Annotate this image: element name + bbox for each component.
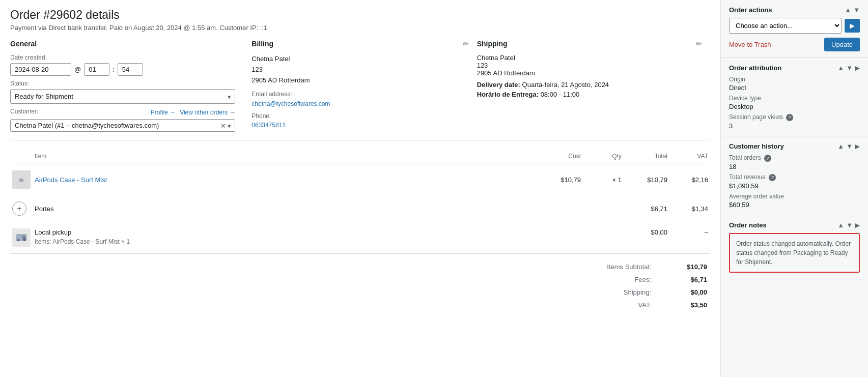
- horario-label: Horário de Entrega:: [477, 91, 539, 98]
- session-label: Session page views ?: [729, 113, 860, 121]
- col-thumb: [10, 149, 33, 164]
- order-attribution-header: Order attribution ▲ ▼ ▶: [729, 64, 860, 72]
- action-go-button[interactable]: ▶: [845, 19, 860, 33]
- move-to-trash-link[interactable]: Move to Trash: [729, 41, 771, 48]
- items-table: Item Cost Qty Total VAT AirPods C: [10, 149, 710, 253]
- avg-order-label: Average order value: [729, 193, 860, 200]
- item-thumbnail: [12, 170, 31, 189]
- billing-phone-link[interactable]: 0633475811: [251, 122, 286, 129]
- shipping-address1: 123: [477, 62, 702, 69]
- notes-chevron-right[interactable]: ▶: [855, 221, 860, 229]
- shipping-edit-icon[interactable]: ✏: [696, 40, 702, 48]
- page-subtitle: Payment via Direct bank transfer. Paid o…: [10, 24, 710, 32]
- item-vat: $2,16: [669, 164, 710, 195]
- add-fee-icon[interactable]: +: [12, 201, 26, 216]
- attribution-chevron-right[interactable]: ▶: [855, 64, 860, 72]
- update-button[interactable]: Update: [824, 38, 860, 51]
- origin-value: Direct: [729, 84, 860, 92]
- profile-link[interactable]: Profile →: [151, 109, 176, 116]
- totals-table: Items Subtotal: $10,79 Fees: $6,71 Shipp…: [10, 260, 710, 312]
- svg-point-3: [23, 239, 25, 241]
- col-qty: Qty: [583, 149, 624, 164]
- customer-history-title: Customer history: [729, 142, 784, 150]
- shipping-items: Items: AirPods Case - Surf Mist × 1: [35, 238, 472, 245]
- time-minute-input[interactable]: [118, 63, 143, 76]
- total-revenue-label: Total revenue ?: [729, 173, 860, 181]
- date-label: Date created:: [10, 54, 235, 61]
- action-row: Choose an action... ▶: [729, 18, 860, 34]
- page-title: Order #29602 details: [10, 8, 710, 22]
- view-orders-link[interactable]: View other orders →: [180, 109, 235, 116]
- at-symbol: @: [74, 66, 81, 73]
- history-chevron-right[interactable]: ▶: [855, 142, 860, 150]
- date-input[interactable]: [10, 63, 71, 76]
- history-chevron-down[interactable]: ▼: [846, 142, 853, 150]
- table-row: AirPods Case - Surf Mist $10,79 × 1 $10,…: [10, 164, 710, 195]
- fee-total: $6,71: [624, 195, 669, 222]
- billing-address1: 123: [251, 65, 468, 75]
- customer-clear-icon[interactable]: ✕ ▾: [220, 122, 232, 129]
- billing-name: Chetna Patel: [251, 54, 468, 65]
- totals-section: Items Subtotal: $10,79 Fees: $6,71 Shipp…: [10, 253, 710, 312]
- shipping-section: Shipping ✏ Chetna Patel 123 2905 AD Rott…: [477, 40, 710, 132]
- shipping-title: Shipping: [477, 40, 508, 48]
- customer-label: Customer:: [10, 108, 38, 115]
- billing-title: Billing: [251, 40, 273, 48]
- total-revenue-help-icon[interactable]: ?: [769, 174, 776, 181]
- order-notes-controls: ▲ ▼ ▶: [837, 221, 860, 229]
- subtotal-value: $10,79: [658, 261, 709, 273]
- time-hour-input[interactable]: [84, 63, 109, 76]
- total-orders-help-icon[interactable]: ?: [764, 155, 771, 162]
- item-qty: × 1: [583, 164, 624, 195]
- billing-edit-icon[interactable]: ✏: [463, 40, 469, 48]
- shipping-total-value: $0,00: [658, 286, 709, 298]
- session-value: 3: [729, 122, 860, 130]
- customer-row: Customer: Profile → View other orders →: [10, 108, 235, 117]
- fees-value: $6,71: [658, 274, 709, 285]
- chevron-up-icon[interactable]: ▲: [845, 6, 851, 14]
- order-notes-title: Order notes: [729, 221, 767, 229]
- customer-history-header: Customer history ▲ ▼ ▶: [729, 142, 860, 150]
- notes-chevron-up[interactable]: ▲: [837, 221, 844, 229]
- shipping-total: $0,00: [624, 222, 669, 253]
- vat-label: VAT:: [11, 299, 657, 311]
- device-value: Desktop: [729, 103, 860, 110]
- col-item: Item: [33, 149, 474, 164]
- status-select-wrapper: Ready for Shipment Pending payment Proce…: [10, 89, 235, 104]
- billing-phone-label: Phone:: [251, 111, 468, 121]
- order-note-box: Order status changed automatically. Orde…: [729, 233, 860, 273]
- action-select[interactable]: Choose an action...: [729, 18, 842, 34]
- general-title: General: [10, 40, 235, 48]
- shipping-row: Local pickup Items: AirPods Case - Surf …: [10, 222, 710, 253]
- general-section: General Date created: @ : Status: Ready …: [10, 40, 243, 132]
- shipping-thumbnail: [12, 228, 31, 247]
- customer-input[interactable]: [10, 119, 235, 132]
- svg-point-2: [17, 239, 19, 241]
- chevron-down-icon[interactable]: ▼: [853, 6, 860, 14]
- attribution-chevron-down[interactable]: ▼: [846, 64, 853, 72]
- horario-value: 08:00 - 11:00: [541, 91, 580, 98]
- session-help-icon[interactable]: ?: [786, 114, 793, 121]
- delivery-value: Quarta-feira, 21 Agosto, 2024: [522, 81, 609, 89]
- order-actions-header: Order actions ▲ ▼: [729, 6, 860, 14]
- fees-row: Fees: $6,71: [11, 274, 709, 285]
- notes-chevron-down[interactable]: ▼: [846, 221, 853, 229]
- order-actions-controls: ▲ ▼: [845, 6, 860, 14]
- order-attribution-title: Order attribution: [729, 64, 781, 72]
- item-cost: $10,79: [474, 164, 583, 195]
- order-attribution-section: Order attribution ▲ ▼ ▶ Origin Direct De…: [721, 58, 868, 136]
- order-actions-title: Order actions: [729, 6, 772, 14]
- origin-label: Origin: [729, 76, 860, 83]
- attribution-chevron-up[interactable]: ▲: [837, 64, 844, 72]
- shipping-total-row: Shipping: $0,00: [11, 286, 709, 298]
- customer-links: Profile → View other orders →: [151, 109, 236, 116]
- sidebar: Order actions ▲ ▼ Choose an action... ▶ …: [720, 0, 868, 377]
- billing-address2: 2905 AD Rotterdam: [251, 75, 468, 86]
- fees-label: Fees:: [11, 274, 657, 285]
- item-name-link[interactable]: AirPods Case - Surf Mist: [35, 176, 107, 184]
- vat-row: VAT: $3,50: [11, 299, 709, 311]
- shipping-method-name: Local pickup: [35, 228, 472, 236]
- history-chevron-up[interactable]: ▲: [837, 142, 844, 150]
- billing-email-link[interactable]: chetna@tychesoftwares.com: [251, 100, 330, 107]
- status-select[interactable]: Ready for Shipment Pending payment Proce…: [10, 89, 235, 104]
